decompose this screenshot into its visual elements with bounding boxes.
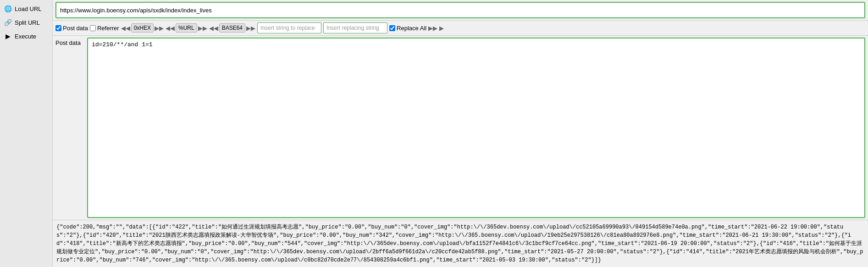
main-content: Post data Referrer ◀◀ 0xHEX ▶▶ ◀◀ %URL ▶… xyxy=(53,0,868,267)
url-right-arrow-icon: ▶▶ xyxy=(198,25,207,32)
post-data-section: Post data id=210/**/and 1=1 xyxy=(53,36,868,220)
toolbar-row: Post data Referrer ◀◀ 0xHEX ▶▶ ◀◀ %URL ▶… xyxy=(53,21,868,36)
hex-right-arrow-icon: ▶▶ xyxy=(155,25,164,32)
app-container: 🌐 Load URL 🔗 Split URL ▶ Execute Post da… xyxy=(0,0,868,267)
base64-left-arrow-icon: ◀◀ xyxy=(209,25,218,32)
sidebar-item-execute[interactable]: ▶ Execute xyxy=(0,29,52,43)
url-input[interactable] xyxy=(55,2,865,18)
sidebar-label-load-url: Load URL xyxy=(15,5,42,12)
split-url-icon: 🔗 xyxy=(4,18,12,27)
replace-right-arrow-icon: ▶▶ xyxy=(428,25,437,32)
sidebar-item-load-url[interactable]: 🌐 Load URL xyxy=(0,2,52,16)
referrer-checkbox[interactable] xyxy=(90,25,96,31)
base64-encode-group: ◀◀ BASE64 ▶▶ xyxy=(209,23,255,33)
response-text: {"code":200,"msg":"","data":[{"id":"422"… xyxy=(56,224,863,263)
hex-btn[interactable]: 0xHEX xyxy=(131,23,154,33)
execute-icon: ▶ xyxy=(4,32,12,40)
sidebar-item-split-url[interactable]: 🔗 Split URL xyxy=(0,16,52,29)
base64-right-arrow-icon: ▶▶ xyxy=(246,25,255,32)
post-data-label-text: Post data xyxy=(63,25,88,32)
post-data-section-label: Post data xyxy=(53,36,87,220)
referrer-checkbox-label[interactable]: Referrer xyxy=(90,25,119,32)
url-encode-group: ◀◀ %URL ▶▶ xyxy=(166,23,207,33)
url-encode-btn[interactable]: %URL xyxy=(176,23,197,33)
replace-left-arrow-icon: ▶ xyxy=(439,25,444,32)
post-data-checkbox-label[interactable]: Post data xyxy=(55,25,88,32)
replace-all-checkbox-label[interactable]: Replace All xyxy=(389,25,426,32)
replace-all-label-text: Replace All xyxy=(397,25,426,32)
base64-btn[interactable]: BASE64 xyxy=(219,23,245,33)
replace-all-checkbox[interactable] xyxy=(389,25,395,31)
url-bar xyxy=(53,0,868,21)
hex-encode-group: ◀◀ 0xHEX ▶▶ xyxy=(121,23,164,33)
post-data-textarea[interactable]: id=210/**/and 1=1 xyxy=(87,38,865,218)
response-area: {"code":200,"msg":"","data":[{"id":"422"… xyxy=(53,220,868,267)
sidebar-label-execute: Execute xyxy=(15,33,36,40)
referrer-label-text: Referrer xyxy=(97,25,119,32)
insert-string-to-replace-input[interactable] xyxy=(257,22,321,33)
post-data-checkbox[interactable] xyxy=(55,25,61,31)
sidebar: 🌐 Load URL 🔗 Split URL ▶ Execute xyxy=(0,0,53,267)
load-url-icon: 🌐 xyxy=(4,5,12,13)
hex-left-arrow-icon: ◀◀ xyxy=(121,25,130,32)
sidebar-label-split-url: Split URL xyxy=(15,19,40,26)
url-left-arrow-icon: ◀◀ xyxy=(166,25,175,32)
insert-replacing-string-input[interactable] xyxy=(323,22,387,33)
